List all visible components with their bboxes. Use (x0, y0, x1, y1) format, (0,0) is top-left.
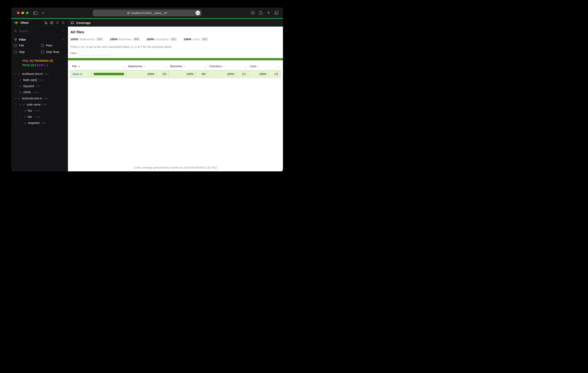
tree-item-test[interactable]: Math.sqrt() 1ms (11, 77, 68, 83)
tree-item-test[interactable]: JSON < 1ms (11, 89, 68, 95)
duration-label: 2ms (42, 103, 47, 106)
downloads-icon[interactable] (251, 11, 255, 15)
sort-icon: ▲▼ (205, 66, 206, 68)
sidebar-toggle-icon[interactable] (33, 11, 38, 15)
page-settings-icon[interactable] (196, 11, 200, 15)
pass-check-icon (18, 73, 21, 75)
sort-icon: ▲▼ (123, 66, 124, 68)
minimize-window-button[interactable] (21, 12, 24, 14)
file-filter-input[interactable] (79, 51, 112, 55)
stat-branches: 100% Branches 0/0 (110, 37, 140, 41)
checkbox-box[interactable] (41, 44, 44, 47)
column-header-functions[interactable]: Functions▲▼ (208, 63, 236, 70)
chevron-down-icon[interactable] (19, 104, 21, 106)
table-header-row: File▲ ▲▼ Statements▲▼ ▲▼ Branches▲▼ ▲▼ F… (71, 63, 281, 70)
pass-check-icon (18, 97, 21, 100)
checkbox-box[interactable] (14, 51, 17, 53)
tree-item-suite[interactable]: suite name 2ms (11, 102, 68, 108)
sort-icon: ▲▼ (258, 65, 259, 67)
fraction-badge: 1/1 (170, 37, 177, 41)
globe-icon (127, 12, 130, 14)
tree-item-test[interactable]: foo < 1ms (11, 108, 68, 114)
pass-check-icon (22, 103, 25, 106)
column-header-statements[interactable]: Statements▲▼ (126, 63, 157, 70)
run-all-icon[interactable] (56, 21, 59, 24)
share-icon[interactable] (259, 11, 262, 15)
chevron-down-icon[interactable] (14, 73, 17, 75)
browser-toolbar: localhost:51204/__vitest__/#/ (11, 8, 283, 18)
statements-raw-cell: 2/2 (157, 70, 168, 78)
sort-icon: ▲▼ (184, 65, 185, 67)
lines-pct-cell: 100% (248, 70, 268, 78)
pass-check-icon (19, 79, 22, 81)
tree-item-test[interactable]: bar < 1ms (11, 114, 68, 120)
pass-check-icon (19, 85, 22, 88)
search-icon (14, 30, 17, 32)
clear-search-filter-icon[interactable] (62, 30, 65, 32)
dashboard-icon[interactable] (50, 21, 53, 24)
column-sorter[interactable]: ▲▼ (92, 63, 126, 70)
funnel-icon (14, 38, 17, 41)
test-tree: test/basic.test.ts 2ms Math.sqrt() 1ms S… (11, 69, 68, 171)
branches-pct-cell: 100% (168, 70, 196, 78)
duration-label: 1ms (41, 122, 46, 124)
functions-pct-cell: 100% (208, 70, 236, 78)
dark-mode-moon-icon[interactable] (62, 21, 65, 24)
checkbox-skip[interactable]: Skip (14, 50, 41, 53)
checkbox-only-tests[interactable]: Only Tests (41, 50, 65, 53)
sort-icon: ▲▼ (223, 65, 225, 67)
clear-filter-icon[interactable] (62, 38, 65, 41)
test-run-summary: FAIL (0) / RUNNING (0) PASS (2) / SKIP (… (11, 57, 68, 69)
vitest-sidebar: Vitest (11, 19, 68, 171)
new-tab-icon[interactable] (267, 11, 270, 14)
column-sorter[interactable]: ▲▼ (196, 63, 208, 70)
column-sorter[interactable]: ▲▼ (236, 63, 248, 70)
istanbul-link[interactable]: istanbul (170, 166, 180, 169)
tree-item-test[interactable]: Squared 1ms (11, 83, 68, 89)
duration-label: 2ms (44, 73, 49, 75)
coverage-tab-title: Coverage (76, 21, 91, 25)
sort-icon: ▲▼ (144, 65, 145, 67)
file-link[interactable]: basic.ts (73, 73, 82, 76)
chevron-down-icon[interactable] (14, 97, 17, 100)
chevron-down-icon[interactable] (42, 12, 44, 14)
checkbox-fail[interactable]: Fail (14, 44, 41, 47)
checkbox-pass[interactable]: Pass (41, 44, 65, 47)
tree-item-file[interactable]: test/basic.test.ts 2ms (11, 71, 68, 77)
zoom-window-button[interactable] (26, 12, 28, 14)
url-text: localhost:51204/__vitest__/#/ (131, 11, 167, 14)
pass-check-icon (19, 91, 22, 94)
running-count: RUNNING (0) (35, 59, 53, 62)
checkbox-box[interactable] (14, 44, 17, 47)
column-header-lines[interactable]: Lines▲▼ (248, 63, 268, 70)
pass-check-icon (24, 115, 26, 118)
close-window-button[interactable] (17, 12, 20, 14)
address-bar[interactable]: localhost:51204/__vitest__/#/ (93, 10, 201, 16)
column-header-file[interactable]: File▲ (71, 63, 92, 70)
skip-count: SKIP (--) (37, 64, 48, 67)
duration-label: 1ms (36, 85, 40, 87)
lines-raw-cell: 1/1 (268, 70, 281, 78)
sort-icon: ▲▼ (245, 66, 247, 68)
sort-asc-icon[interactable]: ▲ (78, 65, 80, 67)
coverage-bar (94, 73, 124, 75)
browser-window: localhost:51204/__vitest__/#/ (11, 8, 283, 171)
checkbox-box[interactable] (41, 51, 44, 53)
column-header-branches[interactable]: Branches▲▼ (168, 63, 196, 70)
filter-label: Filter: (70, 52, 78, 55)
traffic-lights (17, 12, 28, 14)
search-input[interactable]: Search... (19, 30, 60, 33)
tree-item-test[interactable]: snapshot 1ms (11, 120, 68, 126)
tree-item-file[interactable]: test/suite.test.ts 3ms (11, 95, 68, 102)
stat-functions: 100% Functions 1/1 (147, 37, 177, 41)
duration-label: < 1ms (32, 91, 39, 93)
stat-statements: 100% Statements 2/2 (70, 37, 103, 41)
column-sorter[interactable]: ▲▼ (268, 63, 281, 70)
tab-overview-icon[interactable] (274, 11, 278, 15)
column-sorter[interactable]: ▲▼ (157, 63, 168, 70)
coverage-report-icon (71, 21, 74, 25)
pass-count: PASS (2) (22, 64, 34, 67)
branches-raw-cell: 0/0 (196, 70, 208, 78)
keyboard-shortcut-hint: Press n or j to go to the next uncovered… (70, 45, 281, 49)
tree-view-icon[interactable] (44, 21, 47, 24)
